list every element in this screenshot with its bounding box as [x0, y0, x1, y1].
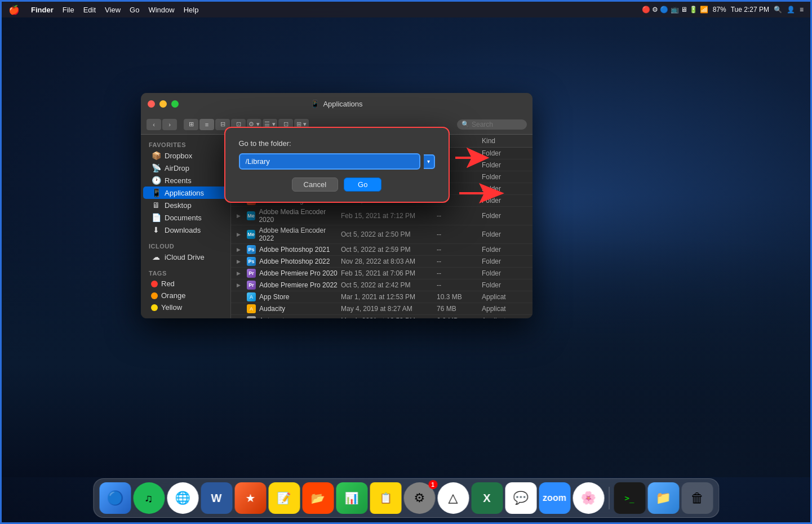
- dock-item-numbers[interactable]: 📊: [336, 482, 367, 514]
- dock-divider: [609, 487, 609, 509]
- dock-item-files[interactable]: 📁: [647, 482, 679, 514]
- dialog-input-wrapper: ▾: [239, 153, 435, 170]
- menubar-user-icon[interactable]: 👤: [787, 6, 795, 14]
- dock-item-slack[interactable]: 💬: [505, 482, 536, 514]
- finder-window: 📱 Applications ‹ › ⊞ ≡ ⊟ ⊡ ⚙ ▾ ☰ ▾ ⊡ ⊞ ▾…: [141, 93, 533, 318]
- dock-item-unfolder[interactable]: 📂: [302, 482, 334, 514]
- dialog-title: Go to the folder:: [239, 139, 435, 148]
- dock-item-chrome[interactable]: 🌐: [167, 482, 198, 514]
- desktop: 🍎 Finder File Edit View Go Window Help 🔴…: [2, 2, 810, 522]
- numbers-icon: 📊: [345, 491, 359, 505]
- folder-path-input[interactable]: [239, 153, 420, 170]
- zoom-icon: zoom: [543, 493, 566, 503]
- cancel-button[interactable]: Cancel: [292, 177, 338, 192]
- dock-item-notes[interactable]: 📝: [268, 482, 300, 514]
- notes-icon: 📝: [277, 491, 291, 505]
- finder-icon: 🔵: [107, 490, 123, 506]
- dock-item-spotify[interactable]: ♫: [133, 482, 165, 514]
- apple-menu[interactable]: 🍎: [8, 5, 20, 15]
- dock-item-trash[interactable]: 🗑: [681, 482, 713, 514]
- reeder-icon: ★: [245, 491, 255, 505]
- dock-item-zoom[interactable]: zoom: [539, 482, 570, 514]
- annotation-arrow: [455, 148, 489, 170]
- dock-item-photos[interactable]: 🌸: [573, 482, 604, 514]
- svg-marker-1: [455, 148, 489, 168]
- menubar-help[interactable]: Help: [184, 6, 199, 14]
- dock-item-google-drive[interactable]: △: [437, 482, 469, 514]
- terminal-icon: >_: [625, 494, 634, 503]
- slack-icon: 💬: [513, 491, 529, 505]
- goto-folder-dialog: Go to the folder: ▾ Cancel Go: [224, 127, 450, 203]
- menubar-search-icon[interactable]: 🔍: [774, 6, 782, 14]
- system-prefs-icon: ⚙: [414, 491, 425, 505]
- chrome-icon: 🌐: [175, 491, 190, 505]
- menubar-right: 🔴 ⚙ 🔵 📺 🖥 🔋 📶 87% Tue 2:27 PM 🔍 👤 ≡: [642, 6, 804, 14]
- dock: 🔵 ♫ 🌐 W ★ 📝 📂 📊 📋: [93, 478, 719, 518]
- dock-item-finder[interactable]: 🔵: [99, 482, 131, 514]
- google-drive-icon: △: [449, 491, 458, 505]
- dialog-overlay: Go to the folder: ▾ Cancel Go: [141, 93, 533, 318]
- menubar-left: 🍎 Finder File Edit View Go Window Help: [8, 5, 198, 15]
- menubar-list-icon[interactable]: ≡: [800, 6, 804, 14]
- dialog-buttons: Cancel Go: [239, 177, 435, 192]
- menubar-time: Tue 2:27 PM: [731, 6, 769, 14]
- svg-marker-0: [455, 148, 489, 168]
- unfolder-icon: 📂: [311, 491, 325, 505]
- dock-item-excel[interactable]: X: [471, 482, 503, 514]
- dock-item-taskpaper[interactable]: 📋: [370, 482, 401, 514]
- trash-icon: 🗑: [690, 490, 704, 506]
- menubar-go[interactable]: Go: [130, 6, 139, 14]
- menubar-file[interactable]: File: [63, 6, 74, 14]
- badge: 1: [428, 480, 437, 489]
- excel-icon: X: [483, 492, 490, 505]
- dock-item-terminal[interactable]: >_: [614, 482, 645, 514]
- menubar-battery: 87%: [713, 6, 726, 14]
- red-arrow-svg: [455, 148, 489, 168]
- dock-item-word[interactable]: W: [201, 482, 232, 514]
- photos-icon: 🌸: [581, 491, 596, 505]
- menubar-window[interactable]: Window: [148, 6, 174, 14]
- menubar-edit[interactable]: Edit: [83, 6, 96, 14]
- go-button[interactable]: Go: [344, 177, 381, 192]
- menubar-app-name[interactable]: Finder: [31, 6, 54, 14]
- menubar-view[interactable]: View: [105, 6, 121, 14]
- menubar-icons: 🔴 ⚙ 🔵 📺 🖥 🔋 📶: [642, 6, 708, 14]
- files-icon: 📁: [656, 491, 671, 505]
- dropdown-button[interactable]: ▾: [424, 154, 435, 169]
- dock-item-system-prefs[interactable]: ⚙ 1: [403, 482, 435, 514]
- spotify-icon: ♫: [145, 492, 153, 505]
- dock-item-reeder[interactable]: ★: [234, 482, 266, 514]
- taskpaper-icon: 📋: [379, 492, 392, 504]
- menubar: 🍎 Finder File Edit View Go Window Help 🔴…: [2, 2, 810, 17]
- word-icon: W: [211, 492, 222, 505]
